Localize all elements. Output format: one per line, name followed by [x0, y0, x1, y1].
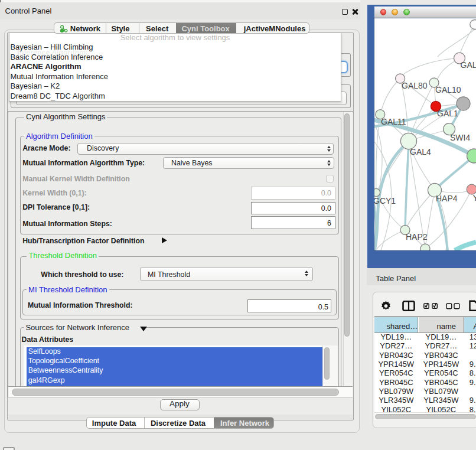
svg-text:GCY1: GCY1 [374, 196, 396, 206]
svg-text:GAL1: GAL1 [437, 109, 458, 118]
svg-text:GAL2: GAL2 [461, 60, 476, 70]
svg-text:GAL80: GAL80 [402, 81, 428, 90]
svg-text:HAP4: HAP4 [436, 194, 458, 203]
svg-text:GAL4: GAL4 [410, 147, 431, 156]
svg-text:HAP2: HAP2 [406, 232, 428, 242]
svg-text:GAL10: GAL10 [435, 85, 461, 94]
svg-text:Y: Y [473, 193, 476, 203]
svg-text:SWI4: SWI4 [450, 133, 470, 142]
svg-text:GAL11: GAL11 [381, 117, 406, 126]
